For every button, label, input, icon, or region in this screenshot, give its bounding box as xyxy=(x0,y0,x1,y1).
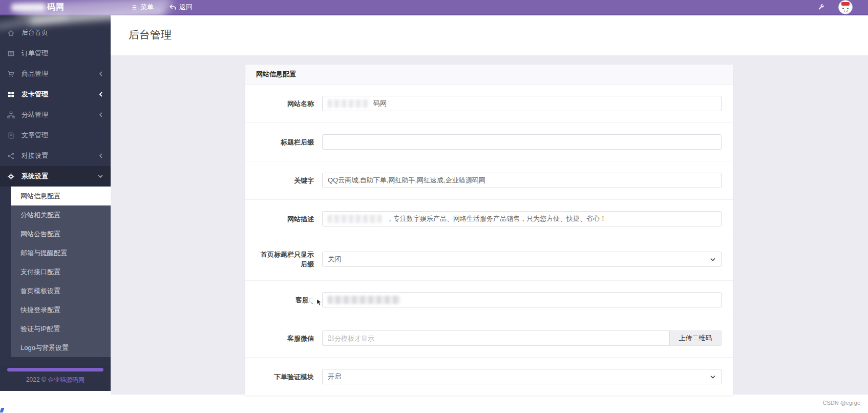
description-input[interactable]: ，专注数字娱乐产品、网络生活服务产品销售，只为您方便、快捷、省心！ xyxy=(322,211,722,226)
service-qq-label-text: 客服Q xyxy=(295,296,314,304)
site-name-visible-value: 码网 xyxy=(373,99,387,108)
sidebar-item-label: 订单管理 xyxy=(22,49,48,58)
row-order-verify: 下单验证模块 开启 xyxy=(245,358,733,396)
orders-table-icon xyxy=(7,50,16,57)
keywords-label: 关键字 xyxy=(257,176,314,185)
chevron-left-icon xyxy=(98,112,103,118)
menu-label: 菜单 xyxy=(140,3,154,12)
sidebar-scrollbar-thumb[interactable] xyxy=(7,368,103,371)
copyright-link[interactable]: 企业猫源码网 xyxy=(48,376,84,383)
selected-value: 关闭 xyxy=(328,255,341,264)
order-verify-select[interactable]: 开启 xyxy=(322,369,722,384)
mouse-cursor-icon xyxy=(316,299,322,306)
sidebar-item-label: 分站管理 xyxy=(22,110,48,119)
row-description: 网站描述 ，专注数字娱乐产品、网络生活服务产品销售，只为您方便、快捷、省心！ xyxy=(245,200,733,238)
blur-smudge xyxy=(328,99,369,108)
sidebar-item-label: 对接设置 xyxy=(22,151,48,160)
upload-qrcode-button[interactable]: 上传二维码 xyxy=(670,331,722,346)
home-title-suffix-label: 首页标题栏只显示后缀 xyxy=(257,250,314,269)
sidebar-item-dashboard[interactable]: 后台首页 xyxy=(0,23,111,43)
csdn-watermark: CSDN @egrge xyxy=(822,400,860,406)
sitemap-icon xyxy=(7,111,16,119)
grid-icon xyxy=(7,91,16,98)
blur-smudge xyxy=(328,296,400,304)
gear-icon xyxy=(7,173,16,180)
home-icon xyxy=(7,29,16,37)
service-qq-label: 客服Q xyxy=(257,295,314,305)
copyright: 2022 © 企业猫源码网 xyxy=(0,376,111,384)
avatar-eye xyxy=(842,8,844,9)
share-icon xyxy=(7,152,16,160)
sidebar-item-label: 商品管理 xyxy=(22,69,48,78)
avatar-mouth xyxy=(844,10,848,12)
service-wechat-input[interactable] xyxy=(322,331,670,346)
submenu-item-email-reminder[interactable]: 邮箱与提醒配置 xyxy=(11,243,111,262)
row-keywords: 关键字 xyxy=(245,161,733,200)
screenshot-artifact xyxy=(0,408,4,412)
sidebar-item-system-settings[interactable]: 系统设置 xyxy=(0,166,111,187)
menu-button[interactable]: 菜单 xyxy=(132,3,154,12)
avatar-eye xyxy=(847,8,849,9)
selected-value: 开启 xyxy=(328,372,341,381)
avatar-red-band xyxy=(841,2,850,6)
copyright-year: 2022 © xyxy=(26,376,46,383)
row-home-title-suffix: 首页标题栏只显示后缀 关闭 xyxy=(245,238,733,281)
card-title: 网站信息配置 xyxy=(245,65,733,85)
row-title-suffix: 标题栏后缀 xyxy=(245,123,733,161)
submenu-item-home-template[interactable]: 首页模板设置 xyxy=(11,281,111,300)
back-button[interactable]: 返回 xyxy=(169,3,193,12)
blur-smudge xyxy=(328,215,382,223)
sidebar-item-integration[interactable]: 对接设置 xyxy=(0,146,111,166)
submenu-item-logo-background[interactable]: Logo与背景设置 xyxy=(11,338,111,357)
topbar-right xyxy=(817,0,868,14)
sidebar-item-articles[interactable]: 文章管理 xyxy=(0,125,111,146)
submenu-item-quick-login[interactable]: 快捷登录配置 xyxy=(11,300,111,319)
sidebar-item-products[interactable]: 商品管理 xyxy=(0,64,111,84)
sidebar-menu: 后台首页 订单管理 商品管理 xyxy=(0,15,111,357)
sidebar-item-orders[interactable]: 订单管理 xyxy=(0,43,111,64)
title-suffix-label: 标题栏后缀 xyxy=(257,137,314,147)
wrench-icon[interactable] xyxy=(817,4,825,11)
sidebar-item-label: 后台首页 xyxy=(22,28,48,37)
content-area: 网站信息配置 网站名称 码网 标题栏后缀 关键 xyxy=(111,55,868,395)
submenu-item-announcement[interactable]: 网站公告配置 xyxy=(11,224,111,243)
submenu-item-payment-api[interactable]: 支付接口配置 xyxy=(11,262,111,281)
title-suffix-input[interactable] xyxy=(322,134,722,150)
logo-text: 码网 xyxy=(47,2,65,13)
home-title-suffix-select[interactable]: 关闭 xyxy=(322,252,722,267)
sidebar-item-substations[interactable]: 分站管理 xyxy=(0,105,111,125)
menu-bars-icon xyxy=(132,5,137,10)
chevron-down-icon xyxy=(710,375,716,379)
sidebar-item-label: 系统设置 xyxy=(22,172,48,181)
book-icon xyxy=(7,132,16,139)
description-label: 网站描述 xyxy=(257,214,314,224)
submenu-item-substation-config[interactable]: 分站相关配置 xyxy=(11,205,111,224)
chevron-left-icon xyxy=(98,71,103,77)
site-logo[interactable]: 码网 xyxy=(0,2,121,13)
row-service-wechat: 客服微信 上传二维码 xyxy=(245,319,733,358)
back-arrow-icon xyxy=(169,4,176,10)
page-title: 后台管理 xyxy=(111,15,868,42)
system-settings-submenu: 网站信息配置 分站相关配置 网站公告配置 邮箱与提醒配置 支付接口配置 首页模板… xyxy=(11,187,111,357)
description-visible-value: ，专注数字娱乐产品、网络生活服务产品销售，只为您方便、快捷、省心！ xyxy=(387,214,606,223)
sidebar-item-label: 文章管理 xyxy=(22,131,48,140)
user-avatar[interactable] xyxy=(838,0,853,14)
sidebar-item-card-issuing[interactable]: 发卡管理 xyxy=(0,84,111,105)
site-name-input[interactable]: 码网 xyxy=(322,96,722,111)
row-service-qq: 客服Q xyxy=(245,281,733,319)
submenu-item-verify-ip[interactable]: 验证与IP配置 xyxy=(11,319,111,338)
chevron-left-icon xyxy=(98,91,103,97)
page-header: 后台管理 xyxy=(111,15,868,55)
chevron-left-icon xyxy=(98,153,103,159)
sidebar: 后台首页 订单管理 商品管理 xyxy=(0,15,111,391)
chevron-down-icon xyxy=(97,174,103,179)
service-qq-input[interactable] xyxy=(322,292,722,307)
service-wechat-label: 客服微信 xyxy=(257,334,314,343)
chevron-down-icon xyxy=(710,257,716,262)
keywords-input[interactable] xyxy=(322,173,722,188)
cart-icon xyxy=(7,70,16,78)
blur-smudge xyxy=(11,4,45,11)
row-site-name: 网站名称 码网 xyxy=(245,85,733,123)
order-verify-label: 下单验证模块 xyxy=(257,372,314,382)
submenu-item-site-info[interactable]: 网站信息配置 xyxy=(11,187,111,205)
